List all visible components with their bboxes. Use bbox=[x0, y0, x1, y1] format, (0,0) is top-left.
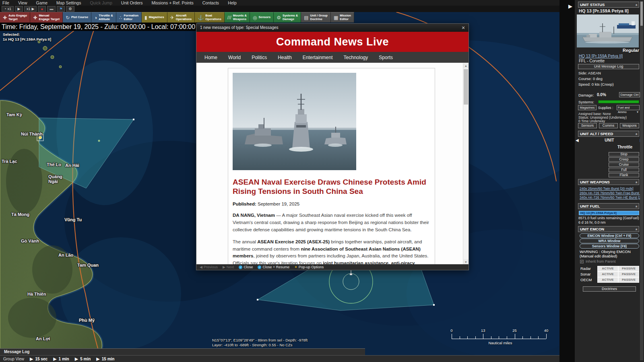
throttle-full[interactable]: Full bbox=[609, 168, 639, 172]
magazines-button[interactable]: Magazines bbox=[578, 105, 597, 110]
doctrines-button[interactable]: Doctrines bbox=[583, 286, 636, 292]
oecm-passive-button[interactable]: PASSIVE bbox=[618, 277, 639, 283]
sonar-passive-button[interactable]: PASSIVE bbox=[618, 272, 639, 277]
toolbar-mission-editor[interactable]: ▦Mission Editor bbox=[331, 12, 354, 23]
menu-contacts[interactable]: Contacts bbox=[202, 0, 219, 5]
selected-unit-symbol[interactable] bbox=[39, 136, 42, 139]
sonar-active-button[interactable]: ACTIVE bbox=[597, 272, 618, 277]
unit-emcon-header[interactable]: UNIT EMCON» bbox=[578, 226, 639, 232]
toolbar-unit-group-doctrine[interactable]: ▤Unit / Group Doctrine bbox=[301, 12, 331, 23]
throttle-creep[interactable]: Creep bbox=[609, 157, 639, 162]
weapon-link[interactable]: 340x AK-726 76mm/60 Twin HE Burst [2 rn bbox=[580, 195, 640, 200]
unit-fuel-header[interactable]: UNIT FUEL» bbox=[578, 203, 639, 209]
scroll-thumb[interactable] bbox=[640, 2, 643, 26]
tab-comms[interactable]: Comms bbox=[599, 123, 618, 128]
menu-unit-orders[interactable]: Unit Orders bbox=[121, 0, 143, 5]
menu-file[interactable]: File bbox=[2, 0, 9, 5]
toolbar-auto-engage-target[interactable]: ✚Auto Engage Target bbox=[0, 12, 30, 23]
nav-politics[interactable]: Politics bbox=[252, 55, 267, 60]
unit-weapons-header[interactable]: UNIT WEAPONS» bbox=[578, 179, 639, 185]
replay-scale-button[interactable]: x1▶ bbox=[24, 6, 37, 12]
bookmark-button[interactable]: ⚑ bbox=[57, 6, 65, 12]
tab-sensors[interactable]: Sensors bbox=[578, 123, 597, 128]
nav-health[interactable]: Health bbox=[278, 55, 292, 60]
time-scale-button[interactable]: ◔x1 bbox=[2, 6, 14, 12]
unit-link[interactable]: HQ 13 [Pr.159A Petya II] bbox=[579, 54, 623, 58]
weapon-link[interactable]: 240x 25mm/60 Twin Burst [20 rnds] bbox=[580, 187, 634, 191]
throttle-cruise[interactable]: Cruise bbox=[609, 162, 639, 167]
play-button[interactable]: ▶ bbox=[15, 6, 23, 12]
ref-point[interactable] bbox=[257, 299, 258, 300]
time-underway: 0 Time Underway bbox=[578, 119, 605, 123]
supplies-dropdown[interactable]: Fuel and Ammo▾ bbox=[617, 105, 640, 110]
news-content[interactable]: ASEAN Naval Exercise Draws Chinese Prote… bbox=[196, 63, 469, 265]
toolbar-sensors[interactable]: ◎Sensors bbox=[250, 12, 274, 23]
nav-sports[interactable]: Sports bbox=[379, 55, 393, 60]
throttle-stop[interactable]: Stop bbox=[609, 152, 639, 156]
emcon-window-ctrl-f9-button[interactable]: EMCON Window (Ctrl + F9) bbox=[580, 233, 639, 238]
record-button[interactable]: ● bbox=[38, 6, 46, 12]
group-view-toggle[interactable]: Group View bbox=[3, 357, 24, 361]
close-icon[interactable]: ✕ bbox=[460, 25, 466, 31]
toolbar-aircraft-operations[interactable]: ✈Aircraft Operations bbox=[167, 12, 195, 23]
oecm-active-button[interactable]: ACTIVE bbox=[597, 277, 618, 283]
menu-game[interactable]: Game bbox=[36, 0, 48, 5]
scroll-up-icon[interactable]: ▲ bbox=[463, 63, 469, 68]
menu-map-settings[interactable]: Map Settings bbox=[56, 0, 81, 5]
toolbar-magazines[interactable]: ▮Magazines bbox=[142, 12, 167, 23]
close-button[interactable]: ✓Close bbox=[239, 265, 253, 269]
popup-title-bar[interactable]: 1 new messages of type: Special Messages bbox=[196, 24, 469, 32]
sidebar-expand-icon[interactable]: ▶ bbox=[568, 3, 572, 9]
ref-point[interactable] bbox=[433, 304, 435, 306]
speed-label: 1 min bbox=[59, 357, 69, 361]
unit-status-header[interactable]: UNIT STATUS» bbox=[578, 2, 639, 8]
nav-entertainment[interactable]: Entertainment bbox=[303, 55, 333, 60]
tab-weapons[interactable]: Weapons bbox=[620, 123, 639, 128]
speed-5-min[interactable]: ▶5 min bbox=[75, 356, 91, 362]
radar-passive-button[interactable]: PASSIVE bbox=[618, 266, 639, 272]
unit-alt-speed-header[interactable]: UNIT ALT / SPEED» bbox=[578, 131, 639, 137]
view-button[interactable]: ▬ bbox=[47, 6, 56, 12]
collapse-icon[interactable]: » bbox=[634, 133, 639, 135]
settings-button[interactable]: ⚙ bbox=[66, 6, 74, 12]
toolbar-boat-operations[interactable]: ⚓Boat Operations bbox=[195, 12, 225, 23]
radar-active-button[interactable]: ACTIVE bbox=[597, 266, 618, 272]
menu-quick-jump[interactable]: Quick Jump bbox=[90, 0, 112, 5]
fuel-selected-row[interactable]: HQ 13 [Pr.159A Petya II] bbox=[579, 211, 639, 215]
unit-message-log-button[interactable]: Unit Message Log bbox=[578, 64, 639, 69]
nav-technology[interactable]: Technology bbox=[344, 55, 368, 60]
speed-15-sec[interactable]: ▶15 sec bbox=[30, 356, 47, 362]
popup-scrollbar[interactable]: ▲ ▼ bbox=[463, 63, 468, 265]
wra-window-button[interactable]: WRA Window bbox=[580, 239, 639, 243]
sensors-window-f9-button[interactable]: Sensors Window (F9) bbox=[580, 244, 639, 249]
toolbar-mounts-weapons[interactable]: ///Mounts & Weapons bbox=[225, 12, 250, 23]
toolbar-systems-damage[interactable]: ⚙Systems & Damage bbox=[274, 12, 301, 23]
menu-view[interactable]: View bbox=[18, 0, 27, 5]
next-button[interactable]: ▶Next bbox=[223, 265, 234, 269]
throttle-flank[interactable]: Flank bbox=[609, 173, 639, 177]
nav-home[interactable]: Home bbox=[204, 55, 217, 60]
close-resume-button[interactable]: ✓Close + Resume bbox=[258, 265, 289, 269]
speed-15-min[interactable]: ▶15 min bbox=[96, 356, 114, 362]
toolbar-plot-course[interactable]: ↻Plot Course bbox=[63, 12, 91, 23]
damage-ctrl-button[interactable]: Damage Ctrl bbox=[619, 92, 640, 97]
speed-1-min[interactable]: ▶1 min bbox=[53, 356, 69, 362]
menu-help[interactable]: Help bbox=[228, 0, 237, 5]
weapon-link[interactable]: 260x AK-726 76mm/60 Twin Frag Burst [2 r bbox=[580, 191, 640, 195]
collapse-icon[interactable]: » bbox=[634, 228, 639, 230]
collapse-icon[interactable]: » bbox=[634, 206, 639, 208]
sidebar-scrollbar[interactable] bbox=[640, 1, 643, 360]
scroll-thumb[interactable] bbox=[464, 69, 468, 105]
message-log-bar[interactable]: Message Log bbox=[0, 348, 365, 355]
ref-point[interactable] bbox=[133, 119, 134, 120]
popup-options-button[interactable]: ✶Pop-up Options bbox=[294, 265, 324, 269]
nav-world[interactable]: World bbox=[228, 55, 241, 60]
toolbar-manual-engage-target[interactable]: ✚Manual Engage Target bbox=[30, 12, 63, 23]
collapse-icon[interactable]: » bbox=[634, 4, 639, 6]
inherit-from-parent-checkbox[interactable]: ✓Inherit from Parent bbox=[580, 259, 616, 263]
collapse-icon[interactable]: » bbox=[634, 181, 639, 183]
toolbar-formation-editor[interactable]: ∴Formation Editor bbox=[116, 12, 142, 23]
menu-missions-ref-points[interactable]: Missions + Ref. Points bbox=[152, 0, 194, 5]
previous-button[interactable]: ◀Previous bbox=[200, 265, 218, 269]
toolbar-throttle-altitude[interactable]: ◑Throttle & Altitude bbox=[91, 12, 116, 23]
